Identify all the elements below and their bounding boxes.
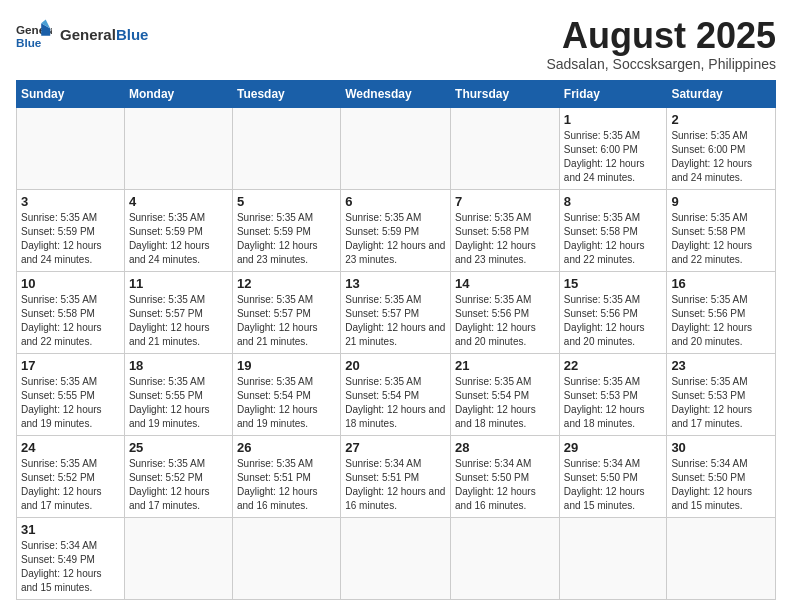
calendar-cell: 8Sunrise: 5:35 AM Sunset: 5:58 PM Daylig… xyxy=(559,189,667,271)
cell-sun-info: Sunrise: 5:35 AM Sunset: 5:58 PM Dayligh… xyxy=(564,211,663,267)
cell-sun-info: Sunrise: 5:35 AM Sunset: 5:59 PM Dayligh… xyxy=(21,211,120,267)
week-row-2: 10Sunrise: 5:35 AM Sunset: 5:58 PM Dayli… xyxy=(17,271,776,353)
calendar-cell xyxy=(451,517,560,599)
calendar-cell: 25Sunrise: 5:35 AM Sunset: 5:52 PM Dayli… xyxy=(124,435,232,517)
cell-sun-info: Sunrise: 5:35 AM Sunset: 5:54 PM Dayligh… xyxy=(345,375,446,431)
svg-text:Blue: Blue xyxy=(16,36,42,49)
cell-date-number: 10 xyxy=(21,276,120,291)
calendar-cell xyxy=(124,107,232,189)
cell-sun-info: Sunrise: 5:35 AM Sunset: 5:57 PM Dayligh… xyxy=(237,293,336,349)
cell-date-number: 29 xyxy=(564,440,663,455)
weekday-header-tuesday: Tuesday xyxy=(232,80,340,107)
cell-sun-info: Sunrise: 5:34 AM Sunset: 5:49 PM Dayligh… xyxy=(21,539,120,595)
cell-date-number: 18 xyxy=(129,358,228,373)
weekday-header-sunday: Sunday xyxy=(17,80,125,107)
calendar-cell: 11Sunrise: 5:35 AM Sunset: 5:57 PM Dayli… xyxy=(124,271,232,353)
calendar-cell: 10Sunrise: 5:35 AM Sunset: 5:58 PM Dayli… xyxy=(17,271,125,353)
calendar-cell: 17Sunrise: 5:35 AM Sunset: 5:55 PM Dayli… xyxy=(17,353,125,435)
cell-sun-info: Sunrise: 5:35 AM Sunset: 5:52 PM Dayligh… xyxy=(129,457,228,513)
calendar-cell xyxy=(232,517,340,599)
calendar-cell: 24Sunrise: 5:35 AM Sunset: 5:52 PM Dayli… xyxy=(17,435,125,517)
cell-date-number: 12 xyxy=(237,276,336,291)
weekday-header-friday: Friday xyxy=(559,80,667,107)
cell-sun-info: Sunrise: 5:35 AM Sunset: 5:54 PM Dayligh… xyxy=(455,375,555,431)
calendar-cell: 28Sunrise: 5:34 AM Sunset: 5:50 PM Dayli… xyxy=(451,435,560,517)
logo: General Blue GeneralBlue xyxy=(16,16,148,52)
cell-sun-info: Sunrise: 5:35 AM Sunset: 5:58 PM Dayligh… xyxy=(671,211,771,267)
calendar-cell xyxy=(667,517,776,599)
calendar-subtitle: Sadsalan, Soccsksargen, Philippines xyxy=(546,56,776,72)
cell-date-number: 8 xyxy=(564,194,663,209)
cell-sun-info: Sunrise: 5:34 AM Sunset: 5:51 PM Dayligh… xyxy=(345,457,446,513)
calendar-cell: 4Sunrise: 5:35 AM Sunset: 5:59 PM Daylig… xyxy=(124,189,232,271)
calendar-cell: 27Sunrise: 5:34 AM Sunset: 5:51 PM Dayli… xyxy=(341,435,451,517)
calendar-cell: 2Sunrise: 5:35 AM Sunset: 6:00 PM Daylig… xyxy=(667,107,776,189)
cell-date-number: 7 xyxy=(455,194,555,209)
logo-general: General xyxy=(60,26,116,43)
weekday-header-saturday: Saturday xyxy=(667,80,776,107)
calendar-cell xyxy=(341,517,451,599)
logo-blue: Blue xyxy=(116,26,149,43)
calendar-cell: 21Sunrise: 5:35 AM Sunset: 5:54 PM Dayli… xyxy=(451,353,560,435)
cell-date-number: 11 xyxy=(129,276,228,291)
calendar-cell: 22Sunrise: 5:35 AM Sunset: 5:53 PM Dayli… xyxy=(559,353,667,435)
calendar-cell: 1Sunrise: 5:35 AM Sunset: 6:00 PM Daylig… xyxy=(559,107,667,189)
cell-date-number: 24 xyxy=(21,440,120,455)
cell-date-number: 3 xyxy=(21,194,120,209)
cell-date-number: 28 xyxy=(455,440,555,455)
calendar-table: SundayMondayTuesdayWednesdayThursdayFrid… xyxy=(16,80,776,600)
page-header: General Blue GeneralBlue August 2025 Sad… xyxy=(16,16,776,72)
cell-date-number: 1 xyxy=(564,112,663,127)
cell-date-number: 4 xyxy=(129,194,228,209)
calendar-cell: 12Sunrise: 5:35 AM Sunset: 5:57 PM Dayli… xyxy=(232,271,340,353)
calendar-cell xyxy=(232,107,340,189)
calendar-cell: 16Sunrise: 5:35 AM Sunset: 5:56 PM Dayli… xyxy=(667,271,776,353)
cell-sun-info: Sunrise: 5:35 AM Sunset: 5:52 PM Dayligh… xyxy=(21,457,120,513)
cell-sun-info: Sunrise: 5:35 AM Sunset: 5:55 PM Dayligh… xyxy=(129,375,228,431)
calendar-cell: 14Sunrise: 5:35 AM Sunset: 5:56 PM Dayli… xyxy=(451,271,560,353)
calendar-cell: 31Sunrise: 5:34 AM Sunset: 5:49 PM Dayli… xyxy=(17,517,125,599)
cell-date-number: 6 xyxy=(345,194,446,209)
cell-date-number: 31 xyxy=(21,522,120,537)
cell-date-number: 25 xyxy=(129,440,228,455)
cell-date-number: 26 xyxy=(237,440,336,455)
calendar-cell: 19Sunrise: 5:35 AM Sunset: 5:54 PM Dayli… xyxy=(232,353,340,435)
cell-sun-info: Sunrise: 5:35 AM Sunset: 5:57 PM Dayligh… xyxy=(129,293,228,349)
cell-sun-info: Sunrise: 5:35 AM Sunset: 5:56 PM Dayligh… xyxy=(564,293,663,349)
cell-sun-info: Sunrise: 5:35 AM Sunset: 5:59 PM Dayligh… xyxy=(237,211,336,267)
calendar-cell: 13Sunrise: 5:35 AM Sunset: 5:57 PM Dayli… xyxy=(341,271,451,353)
calendar-cell: 26Sunrise: 5:35 AM Sunset: 5:51 PM Dayli… xyxy=(232,435,340,517)
weekday-header-thursday: Thursday xyxy=(451,80,560,107)
cell-date-number: 9 xyxy=(671,194,771,209)
calendar-cell: 6Sunrise: 5:35 AM Sunset: 5:59 PM Daylig… xyxy=(341,189,451,271)
calendar-cell: 15Sunrise: 5:35 AM Sunset: 5:56 PM Dayli… xyxy=(559,271,667,353)
calendar-cell: 30Sunrise: 5:34 AM Sunset: 5:50 PM Dayli… xyxy=(667,435,776,517)
calendar-cell: 9Sunrise: 5:35 AM Sunset: 5:58 PM Daylig… xyxy=(667,189,776,271)
cell-date-number: 2 xyxy=(671,112,771,127)
weekday-header-monday: Monday xyxy=(124,80,232,107)
calendar-cell: 23Sunrise: 5:35 AM Sunset: 5:53 PM Dayli… xyxy=(667,353,776,435)
cell-date-number: 27 xyxy=(345,440,446,455)
week-row-3: 17Sunrise: 5:35 AM Sunset: 5:55 PM Dayli… xyxy=(17,353,776,435)
cell-date-number: 19 xyxy=(237,358,336,373)
week-row-5: 31Sunrise: 5:34 AM Sunset: 5:49 PM Dayli… xyxy=(17,517,776,599)
cell-sun-info: Sunrise: 5:35 AM Sunset: 6:00 PM Dayligh… xyxy=(671,129,771,185)
cell-sun-info: Sunrise: 5:34 AM Sunset: 5:50 PM Dayligh… xyxy=(671,457,771,513)
cell-date-number: 15 xyxy=(564,276,663,291)
cell-sun-info: Sunrise: 5:35 AM Sunset: 5:53 PM Dayligh… xyxy=(564,375,663,431)
cell-date-number: 22 xyxy=(564,358,663,373)
cell-sun-info: Sunrise: 5:35 AM Sunset: 5:59 PM Dayligh… xyxy=(129,211,228,267)
cell-date-number: 14 xyxy=(455,276,555,291)
week-row-4: 24Sunrise: 5:35 AM Sunset: 5:52 PM Dayli… xyxy=(17,435,776,517)
title-area: August 2025 Sadsalan, Soccsksargen, Phil… xyxy=(546,16,776,72)
weekday-header-row: SundayMondayTuesdayWednesdayThursdayFrid… xyxy=(17,80,776,107)
logo-icon: General Blue xyxy=(16,16,52,52)
calendar-cell xyxy=(559,517,667,599)
calendar-cell xyxy=(17,107,125,189)
cell-sun-info: Sunrise: 5:35 AM Sunset: 5:51 PM Dayligh… xyxy=(237,457,336,513)
cell-date-number: 23 xyxy=(671,358,771,373)
cell-sun-info: Sunrise: 5:34 AM Sunset: 5:50 PM Dayligh… xyxy=(564,457,663,513)
calendar-title: August 2025 xyxy=(546,16,776,56)
week-row-0: 1Sunrise: 5:35 AM Sunset: 6:00 PM Daylig… xyxy=(17,107,776,189)
calendar-cell xyxy=(124,517,232,599)
